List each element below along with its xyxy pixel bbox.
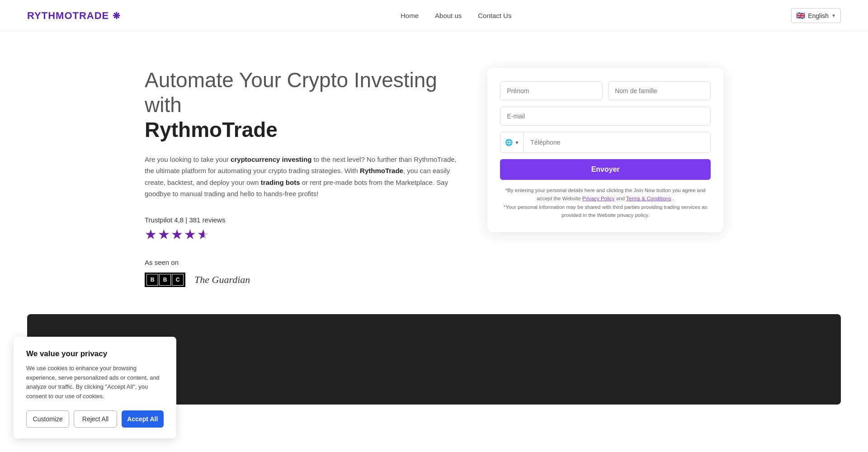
language-label: English [808,12,829,19]
nav-home[interactable]: Home [401,12,419,19]
disclaimer-text-2: *Your personal information may be shared… [504,204,707,218]
disclaimer-period: . [673,196,674,201]
logo-text: RYTHMOTRADE [27,10,109,22]
language-flag: 🇬🇧 [796,11,805,20]
submit-button[interactable]: Envoyer [500,159,711,180]
phone-row: 🌐 ▼ [500,132,711,153]
terms-link[interactable]: Terms & Conditions [626,196,671,201]
phone-chevron: ▼ [514,140,519,145]
nav-links: Home About us Contact Us [401,12,511,19]
privacy-policy-link[interactable]: Privacy Policy [582,196,615,201]
star-3: ★ [171,226,183,242]
navigation: RYTHMOTRADE ❋ Home About us Contact Us 🇬… [0,0,868,32]
bbc-c: C [172,274,184,286]
bbc-b2: B [159,274,171,286]
bbc-logo: B B C [145,273,185,287]
logo-icon: ❋ [113,10,121,21]
globe-icon: 🌐 [505,139,513,146]
hero-body: Are you looking to take your cryptocurre… [145,154,460,200]
headline-bold: RythmoTrade [145,118,278,141]
media-logos: B B C The Guardian [145,273,460,287]
star-4: ★ [184,226,196,242]
phone-flag-selector[interactable]: 🌐 ▼ [500,132,524,152]
trustpilot-label: Trustpilot 4,8 | 381 reviews [145,216,460,224]
cookie-title: We value your privacy [26,349,164,358]
prenom-input[interactable] [500,81,603,100]
bbc-b1: B [146,274,158,286]
signup-form-card: 🌐 ▼ Envoyer *By entering your personal d… [487,68,723,232]
hero-section: Automate Your Crypto Investing with Ryth… [145,68,460,287]
star-5-half: ★ ★ [197,226,209,242]
phone-input[interactable] [524,133,710,151]
guardian-logo: The Guardian [194,274,250,286]
as-seen-label: As seen on [145,259,460,266]
logo: RYTHMOTRADE ❋ [27,10,121,22]
as-seen-on-section: As seen on B B C The Guardian [145,259,460,287]
trustpilot-section: Trustpilot 4,8 | 381 reviews ★ ★ ★ ★ ★ ★ [145,216,460,242]
main-content: Automate Your Crypto Investing with Ryth… [118,32,750,314]
cookie-banner: We value your privacy We use cookies to … [14,337,176,405]
nav-contact[interactable]: Contact Us [478,12,511,19]
email-row [500,107,711,132]
form-disclaimer: *By entering your personal details here … [500,186,711,220]
star-2: ★ [158,226,170,242]
hero-headline: Automate Your Crypto Investing with Ryth… [145,68,460,143]
email-input[interactable] [500,107,711,126]
name-row [500,81,711,100]
chevron-down-icon: ▼ [831,13,836,18]
star-rating: ★ ★ ★ ★ ★ ★ [145,226,460,242]
nom-input[interactable] [608,81,711,100]
language-selector[interactable]: 🇬🇧 English ▼ [791,8,841,23]
nav-about[interactable]: About us [435,12,462,19]
disclaimer-and: and [616,196,626,201]
headline-normal: Automate Your Crypto Investing with [145,68,437,117]
cookie-text: We use cookies to enhance your browsing … [26,364,164,401]
star-1: ★ [145,226,157,242]
